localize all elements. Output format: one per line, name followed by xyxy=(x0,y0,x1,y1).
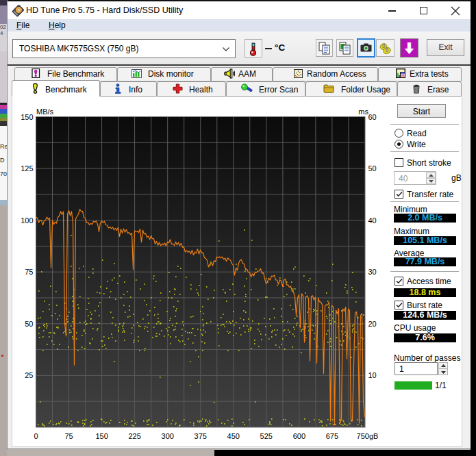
svg-text:50: 50 xyxy=(368,164,377,173)
svg-text:75: 75 xyxy=(25,268,33,276)
svg-text:150: 150 xyxy=(21,113,33,121)
svg-text:25: 25 xyxy=(25,371,33,379)
svg-text:450: 450 xyxy=(227,432,240,440)
svg-text:525: 525 xyxy=(260,432,273,440)
svg-text:750gB: 750gB xyxy=(357,432,379,440)
svg-text:30: 30 xyxy=(368,268,377,276)
svg-text:675: 675 xyxy=(326,432,338,440)
svg-text:300: 300 xyxy=(162,432,174,440)
svg-text:40: 40 xyxy=(368,216,377,225)
svg-text:150: 150 xyxy=(95,432,108,440)
svg-text:125: 125 xyxy=(21,164,33,173)
svg-text:10: 10 xyxy=(368,371,377,379)
svg-text:375: 375 xyxy=(195,432,207,440)
svg-text:100: 100 xyxy=(21,216,33,225)
svg-text:0: 0 xyxy=(34,432,38,440)
svg-text:50: 50 xyxy=(25,320,33,328)
svg-text:600: 600 xyxy=(293,432,305,440)
svg-text:60: 60 xyxy=(368,113,377,121)
svg-text:75: 75 xyxy=(64,432,73,440)
svg-text:ms: ms xyxy=(358,107,368,116)
svg-text:225: 225 xyxy=(128,432,140,440)
svg-text:MB/s: MB/s xyxy=(36,107,54,116)
svg-text:20: 20 xyxy=(368,320,377,328)
